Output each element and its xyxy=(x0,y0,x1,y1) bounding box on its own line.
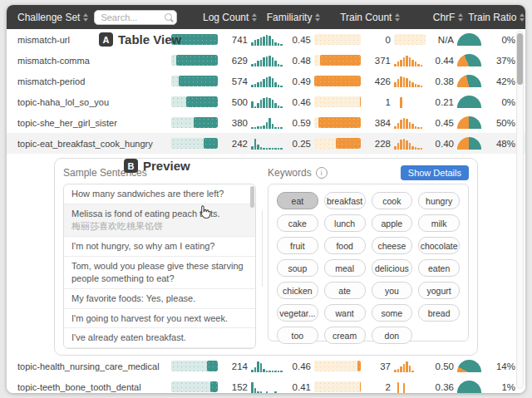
annotation-badge-a: A xyxy=(99,32,113,47)
sentence-item[interactable]: How many sandwiches are there left? xyxy=(64,184,255,204)
info-icon[interactable]: i xyxy=(316,167,328,179)
sentence-item[interactable]: I've already eaten breakfast. xyxy=(64,328,255,348)
train-count-value: 228 xyxy=(364,139,391,149)
search-box[interactable] xyxy=(94,10,177,25)
familiarity-histogram xyxy=(251,381,283,393)
sentence-item[interactable]: Tom, would you please give these starvin… xyxy=(64,257,255,289)
hist-bar xyxy=(254,139,257,150)
challenge-set-name: topic-eat_breakfast_cook_hungry xyxy=(17,139,168,149)
hist-bar xyxy=(263,369,265,372)
column-header-familiarity[interactable]: Familiarity xyxy=(260,12,320,23)
keyword-chip[interactable]: delicious xyxy=(372,259,413,277)
keyword-chip[interactable]: chocolate xyxy=(418,237,460,254)
log-count-value: 574 xyxy=(221,76,248,86)
keyword-chip[interactable]: meal xyxy=(324,259,366,277)
sentence-item[interactable]: I'm not hungry, so why am I eating? xyxy=(64,237,255,257)
keyword-chip[interactable]: yogurt xyxy=(418,282,460,299)
train-ratio-value: 14% xyxy=(485,361,515,371)
keyword-chip[interactable]: cheese xyxy=(372,237,413,254)
sentence-item[interactable]: I'm going to harvest for you next week. xyxy=(64,309,255,329)
table-row[interactable]: mismatch-comma6290.483710.4437% xyxy=(7,50,525,71)
table-row[interactable]: topic-teeth_bone_tooth_dental1520.4120.3… xyxy=(7,376,525,393)
train-ratio-gauge xyxy=(457,381,481,393)
hist-bar xyxy=(257,126,259,129)
sentence-item[interactable]: Thanks for cooking. xyxy=(64,348,255,349)
keyword-chip[interactable]: too xyxy=(277,327,318,344)
sentence-item[interactable]: My favorite foods: Yes, please. xyxy=(64,289,255,309)
table-rows-top: mismatch-url7410.450N/A0%mismatch-comma6… xyxy=(7,29,525,154)
column-header-train-count[interactable]: Train Count xyxy=(323,12,400,23)
familiarity-histogram xyxy=(251,361,283,372)
column-label: Train Ratio xyxy=(468,12,516,23)
column-header-train-ratio[interactable]: Train Ratio xyxy=(466,12,525,23)
hist-bar xyxy=(274,42,277,46)
keyword-chip[interactable]: cream xyxy=(324,327,366,344)
hist-bar xyxy=(403,364,406,371)
train-count-bar xyxy=(314,117,361,128)
table-row[interactable]: mismatch-url7410.450N/A0% xyxy=(7,29,525,50)
chrf-histogram-empty xyxy=(394,34,426,45)
keyword-chip[interactable]: soup xyxy=(277,259,318,277)
hist-bar xyxy=(266,97,268,108)
familiarity-histogram xyxy=(251,34,283,46)
train-count-value: 0 xyxy=(364,35,391,45)
vertical-scrollbar[interactable] xyxy=(516,31,524,389)
keyword-chip[interactable]: apple xyxy=(372,214,413,232)
keyword-chip[interactable]: food xyxy=(324,237,366,254)
keyword-chip[interactable]: eaten xyxy=(418,259,460,277)
sentence-item[interactable]: Melissa is fond of eating peach tarts.梅丽… xyxy=(64,204,255,238)
table-row[interactable]: mismatch-period5740.494260.3842% xyxy=(7,71,525,91)
keyword-chip[interactable]: vegetar... xyxy=(277,304,318,322)
keyword-chip[interactable]: eat xyxy=(277,192,318,209)
sentences-scrollbar[interactable] xyxy=(250,186,254,343)
sentences-scrollbar-thumb[interactable] xyxy=(250,186,254,208)
keyword-chip[interactable]: cake xyxy=(277,214,318,232)
search-input[interactable] xyxy=(99,12,165,23)
hist-bar xyxy=(400,97,402,108)
keyword-chip[interactable]: chicken xyxy=(277,282,318,299)
hist-bar xyxy=(274,148,277,149)
keywords-title: Keywords xyxy=(268,167,312,179)
train-ratio-gauge xyxy=(457,116,481,129)
keyword-chip[interactable]: milk xyxy=(418,214,460,232)
hist-bar xyxy=(400,76,402,87)
hist-bar xyxy=(263,57,265,66)
keyword-chip[interactable]: lunch xyxy=(324,214,366,232)
keyword-chip[interactable]: fruit xyxy=(277,237,318,254)
bar-fill xyxy=(176,55,218,66)
table-row[interactable]: topic-haha_lol_so_you5000.4610.210% xyxy=(7,91,525,112)
bar-fill xyxy=(210,381,218,392)
sentence-text: I've already eaten breakfast. xyxy=(71,332,248,344)
familiarity-histogram xyxy=(251,96,283,108)
show-details-button[interactable]: Show Details xyxy=(401,165,469,180)
keyword-chip[interactable]: cook xyxy=(372,192,413,209)
hist-bar xyxy=(278,148,280,149)
hist-bar xyxy=(411,60,414,66)
column-header-challenge-set[interactable]: Challenge Set xyxy=(17,12,88,23)
keyword-chip[interactable]: breakfast xyxy=(324,192,366,209)
keyword-chip[interactable]: want xyxy=(324,304,366,322)
train-ratio-value: 48% xyxy=(485,139,515,149)
column-header-chrf[interactable]: ChrF xyxy=(403,12,463,23)
hist-bar xyxy=(397,61,400,66)
keyword-chip[interactable]: hungry xyxy=(418,192,460,209)
table-row[interactable]: topic-health_nursing_care_medical2140.46… xyxy=(7,356,525,376)
chrf-value: 0.40 xyxy=(429,139,454,149)
sort-icon xyxy=(395,13,400,22)
table-row[interactable]: topic-eat_breakfast_cook_hungry2420.2522… xyxy=(7,133,525,154)
keyword-chip[interactable]: some xyxy=(372,304,413,322)
keyword-chip[interactable]: ate xyxy=(324,282,366,299)
keyword-chip[interactable]: don xyxy=(372,327,413,344)
chrf-histogram xyxy=(394,96,426,108)
column-header-log-count[interactable]: Log Count xyxy=(180,12,257,23)
sentence-translation: 梅丽莎喜欢吃桃果馅饼 xyxy=(71,220,248,233)
keyword-chip[interactable]: bread xyxy=(418,304,460,322)
keyword-chip[interactable]: you xyxy=(372,282,413,299)
hist-bar xyxy=(397,79,400,86)
bar-fill xyxy=(179,76,218,86)
column-label: Train Count xyxy=(340,12,392,23)
vertical-scrollbar-thumb[interactable] xyxy=(517,33,523,85)
hist-bar xyxy=(266,391,268,392)
train-count-bar xyxy=(314,34,361,45)
table-row[interactable]: topic-she_her_girl_sister3800.593840.455… xyxy=(7,112,525,133)
